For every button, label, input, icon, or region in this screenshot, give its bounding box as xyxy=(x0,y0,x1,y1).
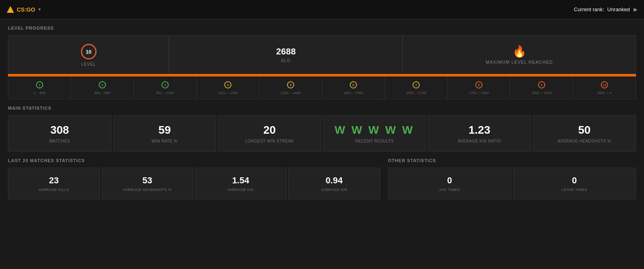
header: CS:GO ▼ Current rank: Unranked ▶ xyxy=(0,0,644,19)
last20-title: LAST 20 MATCHES STATISTICS xyxy=(8,158,380,163)
bottom-stat-value: 0.94 xyxy=(325,175,343,186)
range-label: 1101 – 1250 xyxy=(218,91,238,95)
range-num: 2 xyxy=(102,83,103,87)
range-label: 951 – 1100 xyxy=(156,91,174,95)
bottom-stat-label: AVERAGE HEADSHOTS % xyxy=(123,188,171,192)
level-range-item: 5 1251 – 1400 xyxy=(259,76,322,99)
range-circle: 4 xyxy=(223,80,232,89)
logo-dropdown-arrow[interactable]: ▼ xyxy=(38,7,42,12)
elo-card: 2688 ELO xyxy=(169,35,403,74)
level-range-item: 2 801 – 950 xyxy=(71,76,134,99)
logo-text: CS:GO xyxy=(17,6,35,13)
level-range-item: 4 1101 – 1250 xyxy=(197,76,259,99)
level-label: LEVEL xyxy=(82,62,96,66)
rank-display: Current rank: Unranked ▶ xyxy=(574,6,638,12)
bottom-stat-value: 1.54 xyxy=(232,175,249,186)
level-range-item: 8 1701 – 1850 xyxy=(448,76,510,99)
level-ranges: 1 1 – 800 2 801 – 950 3 951 – 1100 xyxy=(8,76,636,99)
stat-card: 50 AVERAGE HEADSHOTS % xyxy=(533,115,636,152)
other-stat-card: 0 LEAVE TIMES xyxy=(513,168,636,199)
range-label: 2001 – ∞ xyxy=(597,91,612,95)
range-circle: 3 xyxy=(161,80,169,89)
rank-arrow-icon: ▶ xyxy=(634,6,638,12)
range-label: 1851 – 2000 xyxy=(532,91,552,95)
level-cards-row: 10 LEVEL 2688 ELO 🔥 MAXIMUM LEVEL REACHE… xyxy=(8,35,636,74)
range-circle: 10 xyxy=(600,80,609,89)
range-label: 1 – 800 xyxy=(34,91,46,95)
other-stat-cards: 0 AFK TIMES 0 LEAVE TIMES xyxy=(388,168,636,199)
level-range-item: 10 2001 – ∞ xyxy=(573,76,636,99)
bottom-stat-label: AVERAGE KILLS xyxy=(39,188,69,192)
range-circle: 7 xyxy=(412,80,421,89)
range-num: 9 xyxy=(541,83,542,87)
main-stats-section: MAIN STATISTICS 308 MATCHES 59 WIN RATE … xyxy=(8,106,636,152)
stat-value: 308 xyxy=(50,124,69,137)
range-num: 3 xyxy=(164,83,166,87)
stat-label: RECENT RESULTS xyxy=(355,139,394,143)
logo[interactable]: CS:GO ▼ xyxy=(6,6,42,14)
bottom-stat-card: 23 AVERAGE KILLS xyxy=(8,168,100,199)
level-progress-title: LEVEL PROGRESS xyxy=(8,26,636,30)
range-circle: 9 xyxy=(537,80,546,89)
other-stats-title: OTHER STATISTICS xyxy=(388,158,636,163)
level-circle: 10 xyxy=(80,43,98,60)
level-range-item: 7 1551 – 1700 xyxy=(385,76,448,99)
range-circle: 5 xyxy=(286,80,295,89)
bottom-stat-value: 53 xyxy=(142,175,152,186)
stat-card: 1.23 AVERAGE K/D RATIO xyxy=(428,115,531,152)
rank-value: Unranked xyxy=(607,6,630,12)
level-range-item: 3 951 – 1100 xyxy=(134,76,197,99)
elo-value: 2688 xyxy=(276,46,296,57)
level-progress-section: LEVEL PROGRESS 10 LEVEL 2688 ELO xyxy=(8,26,636,99)
range-num: 7 xyxy=(415,83,417,87)
range-num: 10 xyxy=(603,83,606,87)
svg-marker-0 xyxy=(7,6,14,13)
range-circle: 2 xyxy=(98,80,107,89)
last20-section: LAST 20 MATCHES STATISTICS 23 AVERAGE KI… xyxy=(8,158,380,199)
range-num: 6 xyxy=(353,83,354,87)
range-num: 1 xyxy=(39,83,40,87)
level-range-item: 9 1851 – 2000 xyxy=(510,76,573,99)
range-num: 4 xyxy=(227,83,229,87)
range-num: 8 xyxy=(478,83,480,87)
other-stat-value: 0 xyxy=(572,175,577,186)
other-stat-label: AFK TIMES xyxy=(439,188,460,192)
level-number: 10 xyxy=(86,49,91,55)
bottom-stat-label: AVERAGE K/R xyxy=(321,188,347,192)
stat-value: 59 xyxy=(158,124,171,137)
other-stat-label: LEAVE TIMES xyxy=(562,188,587,192)
stat-label: MATCHES xyxy=(49,139,70,143)
stat-label: LONGEST WIN STREAK xyxy=(245,139,294,143)
flame-icon: 🔥 xyxy=(512,45,526,58)
range-circle: 1 xyxy=(35,80,44,89)
stat-value: 1.23 xyxy=(469,124,490,137)
stat-card: 308 MATCHES xyxy=(8,115,112,152)
bottom-stat-card: 0.94 AVERAGE K/R xyxy=(288,168,380,199)
stat-card: 59 WIN RATE % xyxy=(113,115,217,152)
range-label: 801 – 950 xyxy=(94,91,110,95)
range-label: 1551 – 1700 xyxy=(406,91,426,95)
main-stats-title: MAIN STATISTICS xyxy=(8,106,636,110)
stat-label: AVERAGE K/D RATIO xyxy=(458,139,501,143)
level-range-item: 6 1401 – 1550 xyxy=(322,76,385,99)
stat-value: 50 xyxy=(578,124,590,137)
max-level-card: 🔥 MAXIMUM LEVEL REACHED xyxy=(403,35,636,74)
range-label: 1701 – 1850 xyxy=(469,91,489,95)
other-stat-value: 0 xyxy=(447,175,452,186)
elo-label: ELO xyxy=(281,58,291,63)
other-stats-section: OTHER STATISTICS 0 AFK TIMES 0 LEAVE TIM… xyxy=(388,158,636,199)
bottom-stat-card: 1.54 AVERAGE K/D xyxy=(195,168,287,199)
stat-value: 20 xyxy=(263,124,276,137)
range-label: 1251 – 1400 xyxy=(281,91,301,95)
level-card: 10 LEVEL xyxy=(8,35,169,74)
stat-value: W W W W W xyxy=(335,124,414,137)
stat-card: W W W W W RECENT RESULTS xyxy=(323,115,427,152)
stat-label: WIN RATE % xyxy=(152,139,177,143)
bottom-stat-label: AVERAGE K/D xyxy=(227,188,254,192)
main-stat-cards: 308 MATCHES 59 WIN RATE % 20 LONGEST WIN… xyxy=(8,115,636,152)
range-circle: 8 xyxy=(475,80,483,89)
bottom-stat-value: 23 xyxy=(49,175,59,186)
range-circle: 6 xyxy=(349,80,358,89)
bottom-stat-card: 53 AVERAGE HEADSHOTS % xyxy=(102,168,193,199)
other-stat-card: 0 AFK TIMES xyxy=(388,168,511,199)
